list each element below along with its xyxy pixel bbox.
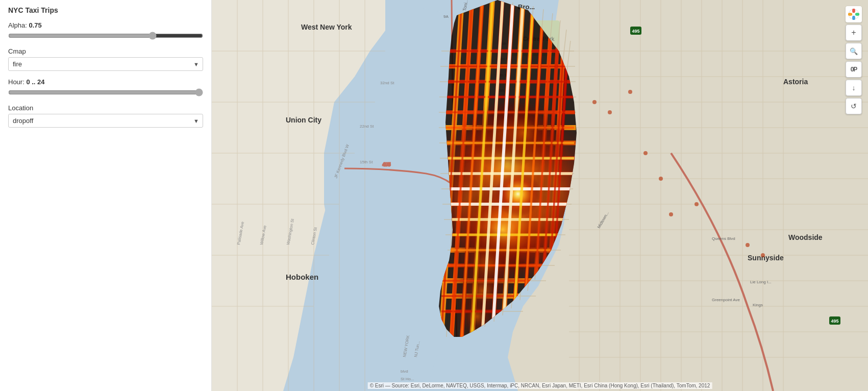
map-container[interactable]: 495 West New York Bro... Union City Hobo… [212, 0, 868, 391]
svg-text:Kings: Kings [753, 303, 763, 307]
svg-text:Woodside: Woodside [788, 233, 823, 241]
hour-value: 0 .. 24 [26, 78, 44, 86]
svg-text:Hoboken: Hoboken [286, 273, 318, 281]
location-control: Location dropoff pickup ▼ [8, 104, 203, 128]
refresh-button[interactable]: ↺ [846, 98, 862, 114]
settings-button[interactable]: 0P [846, 61, 862, 78]
svg-text:Union City: Union City [286, 116, 321, 124]
svg-text:495: 495 [831, 319, 838, 324]
svg-text:blvd: blvd [401, 369, 408, 374]
svg-text:495: 495 [499, 148, 507, 153]
location-label: Location [8, 104, 203, 112]
hour-label: Hour: 0 .. 24 [8, 78, 203, 86]
svg-text:Queens Blvd: Queens Blvd [712, 236, 735, 241]
svg-text:495: 495 [632, 29, 639, 34]
alpha-control: Alpha: 0.75 [8, 21, 203, 40]
alpha-slider[interactable] [8, 31, 203, 40]
cmap-select[interactable]: fire viridis plasma inferno magma hot co… [8, 57, 203, 71]
hour-slider[interactable] [8, 88, 203, 97]
location-select-wrapper: dropoff pickup ▼ [8, 114, 203, 128]
svg-text:39th St: 39th St [495, 73, 509, 78]
svg-text:22nd St: 22nd St [360, 124, 374, 129]
svg-point-119 [852, 13, 855, 16]
svg-text:43rd St: 43rd St [497, 57, 510, 61]
map-toolbar: + 🔍 0P ↓ ↺ [846, 6, 862, 114]
map-background: 495 West New York Bro... Union City Hobo… [212, 0, 868, 391]
cmap-select-wrapper: fire viridis plasma inferno magma hot co… [8, 57, 203, 71]
svg-text:48th St: 48th St [499, 41, 512, 46]
sidebar: NYC Taxi Trips Alpha: 0.75 Cmap fire vir… [0, 0, 212, 391]
svg-text:32nd St: 32nd St [380, 81, 394, 85]
svg-text:15th St: 15th St [360, 160, 373, 164]
svg-text:Greenpoint Ave: Greenpoint Ave [712, 298, 740, 302]
search-button[interactable]: 🔍 [846, 43, 862, 59]
download-button[interactable]: ↓ [846, 80, 862, 96]
alpha-value: 0.75 [29, 21, 41, 29]
svg-text:St Ho...: St Ho... [401, 377, 414, 381]
svg-text:30th St: 30th St [497, 88, 510, 93]
map-attribution: © Esri — Source: Esri, DeLorme, NAVTEQ, … [368, 382, 712, 389]
app-title: NYC Taxi Trips [8, 6, 203, 14]
svg-text:Bro...: Bro... [518, 3, 535, 11]
svg-text:9A: 9A [443, 14, 449, 19]
cmap-control: Cmap fire viridis plasma inferno magma h… [8, 47, 203, 71]
zoom-in-button[interactable]: + [846, 25, 862, 41]
svg-text:Astoria: Astoria [783, 78, 808, 86]
cmap-label: Cmap [8, 47, 203, 55]
alpha-label: Alpha: 0.75 [8, 21, 203, 29]
svg-text:Lie Long I...: Lie Long I... [750, 280, 772, 284]
svg-text:495: 495 [383, 162, 390, 167]
app-logo [846, 6, 862, 22]
svg-text:Sunnyside: Sunnyside [748, 254, 784, 262]
svg-text:Central Park: Central Park [523, 36, 555, 42]
hour-control: Hour: 0 .. 24 [8, 78, 203, 97]
location-select[interactable]: dropoff pickup [8, 114, 203, 128]
svg-text:West New York: West New York [301, 23, 352, 31]
